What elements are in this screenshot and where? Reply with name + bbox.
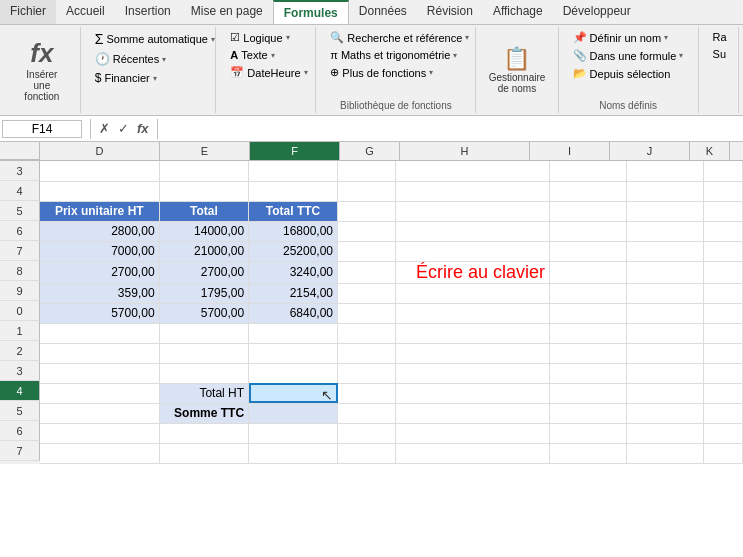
cell-f13[interactable] bbox=[249, 363, 338, 383]
definir-nom-button[interactable]: 📌 Définir un nom ▾ bbox=[567, 29, 690, 46]
cell-i15[interactable] bbox=[549, 403, 626, 423]
cell-f14[interactable]: ↖ bbox=[249, 383, 338, 403]
cell-h3[interactable] bbox=[395, 161, 549, 181]
cell-k10[interactable] bbox=[704, 303, 743, 323]
tab-mise-en-page[interactable]: Mise en page bbox=[181, 0, 273, 24]
cell-i13[interactable] bbox=[549, 363, 626, 383]
cell-e11[interactable] bbox=[159, 323, 249, 343]
cell-i3[interactable] bbox=[549, 161, 626, 181]
cell-g15[interactable] bbox=[338, 403, 396, 423]
cell-h14[interactable] bbox=[395, 383, 549, 403]
cell-h8-ecrire[interactable]: Écrire au clavier bbox=[395, 261, 549, 283]
cell-j14[interactable] bbox=[627, 383, 704, 403]
depuis-selection-button[interactable]: 📂 Depuis sélection bbox=[567, 65, 690, 82]
cell-h7[interactable] bbox=[395, 241, 549, 261]
recentes-button[interactable]: 🕐 Récentes ▾ bbox=[89, 50, 208, 68]
cell-g4[interactable] bbox=[338, 181, 396, 201]
tab-donnees[interactable]: Données bbox=[349, 0, 417, 24]
cell-f4[interactable] bbox=[249, 181, 338, 201]
tab-fichier[interactable]: Fichier bbox=[0, 0, 56, 24]
row-header-9[interactable]: 9 bbox=[0, 281, 40, 301]
row-header-5[interactable]: 5 bbox=[0, 201, 40, 221]
col-header-i[interactable]: I bbox=[530, 142, 610, 160]
cell-d4[interactable] bbox=[40, 181, 159, 201]
somme-automatique-button[interactable]: Σ Somme automatique ▾ bbox=[89, 29, 208, 49]
cell-j8[interactable] bbox=[627, 261, 704, 283]
dans-formule-button[interactable]: 📎 Dans une formule ▾ bbox=[567, 47, 690, 64]
cell-j7[interactable] bbox=[627, 241, 704, 261]
confirm-formula-button[interactable]: ✓ bbox=[114, 120, 133, 137]
tab-developpeur[interactable]: Développeur bbox=[553, 0, 641, 24]
formula-input[interactable] bbox=[162, 121, 741, 137]
row-header-7[interactable]: 7 bbox=[0, 241, 40, 261]
tab-formules[interactable]: Formules bbox=[273, 0, 349, 24]
cell-i8[interactable] bbox=[549, 261, 626, 283]
cell-i6[interactable] bbox=[549, 221, 626, 241]
col-header-k[interactable]: K bbox=[690, 142, 730, 160]
cell-g6[interactable] bbox=[338, 221, 396, 241]
cell-j4[interactable] bbox=[627, 181, 704, 201]
texte-button[interactable]: A Texte ▾ bbox=[224, 47, 307, 63]
cell-g17[interactable] bbox=[338, 443, 396, 463]
financier-button[interactable]: $ Financier ▾ bbox=[89, 69, 208, 87]
cell-i14[interactable] bbox=[549, 383, 626, 403]
cell-i10[interactable] bbox=[549, 303, 626, 323]
cell-k16[interactable] bbox=[704, 423, 743, 443]
cell-j11[interactable] bbox=[627, 323, 704, 343]
cell-k4[interactable] bbox=[704, 181, 743, 201]
cell-d10[interactable]: 5700,00 bbox=[40, 303, 159, 323]
cell-i11[interactable] bbox=[549, 323, 626, 343]
cell-e12[interactable] bbox=[159, 343, 249, 363]
cell-h17[interactable] bbox=[395, 443, 549, 463]
gestionnaire-button[interactable]: 📋 Gestionnairede noms bbox=[481, 42, 554, 98]
cell-e10[interactable]: 5700,00 bbox=[159, 303, 249, 323]
cell-e7[interactable]: 21000,00 bbox=[159, 241, 249, 261]
logique-button[interactable]: ☑ Logique ▾ bbox=[224, 29, 307, 46]
cell-k6[interactable] bbox=[704, 221, 743, 241]
cell-h6[interactable] bbox=[395, 221, 549, 241]
tab-revision[interactable]: Révision bbox=[417, 0, 483, 24]
cell-f8[interactable]: 3240,00 bbox=[249, 261, 338, 283]
insert-function-bar-button[interactable]: fx bbox=[133, 120, 153, 137]
cell-g14[interactable] bbox=[338, 383, 396, 403]
cell-f5[interactable]: Total TTC bbox=[249, 201, 338, 221]
recherche-button[interactable]: 🔍 Recherche et référence ▾ bbox=[324, 29, 467, 46]
cell-h11[interactable] bbox=[395, 323, 549, 343]
cell-f7[interactable]: 25200,00 bbox=[249, 241, 338, 261]
cell-h13[interactable] bbox=[395, 363, 549, 383]
row-header-8[interactable]: 8 bbox=[0, 261, 40, 281]
cell-e14[interactable]: Total HT bbox=[159, 383, 249, 403]
cell-k13[interactable] bbox=[704, 363, 743, 383]
tab-accueil[interactable]: Accueil bbox=[56, 0, 115, 24]
cell-k14[interactable] bbox=[704, 383, 743, 403]
ra1-button[interactable]: Ra bbox=[707, 29, 730, 45]
cell-j10[interactable] bbox=[627, 303, 704, 323]
row-header-17[interactable]: 7 bbox=[0, 441, 40, 461]
cell-j17[interactable] bbox=[627, 443, 704, 463]
cancel-formula-button[interactable]: ✗ bbox=[95, 120, 114, 137]
cell-e4[interactable] bbox=[159, 181, 249, 201]
cell-k9[interactable] bbox=[704, 283, 743, 303]
cell-k3[interactable] bbox=[704, 161, 743, 181]
cell-d9[interactable]: 359,00 bbox=[40, 283, 159, 303]
cell-j9[interactable] bbox=[627, 283, 704, 303]
cell-h16[interactable] bbox=[395, 423, 549, 443]
col-header-f[interactable]: F bbox=[250, 142, 340, 160]
cell-d17[interactable] bbox=[40, 443, 159, 463]
cell-d14[interactable] bbox=[40, 383, 159, 403]
cell-g3[interactable] bbox=[338, 161, 396, 181]
row-header-10[interactable]: 0 bbox=[0, 301, 40, 321]
cell-g13[interactable] bbox=[338, 363, 396, 383]
cell-k15[interactable] bbox=[704, 403, 743, 423]
row-header-11[interactable]: 1 bbox=[0, 321, 40, 341]
cell-h9[interactable] bbox=[395, 283, 549, 303]
cell-d7[interactable]: 7000,00 bbox=[40, 241, 159, 261]
cell-k7[interactable] bbox=[704, 241, 743, 261]
cell-f11[interactable] bbox=[249, 323, 338, 343]
col-header-e[interactable]: E bbox=[160, 142, 250, 160]
cell-k11[interactable] bbox=[704, 323, 743, 343]
cell-e5[interactable]: Total bbox=[159, 201, 249, 221]
cell-d12[interactable] bbox=[40, 343, 159, 363]
tab-insertion[interactable]: Insertion bbox=[115, 0, 181, 24]
col-header-g[interactable]: G bbox=[340, 142, 400, 160]
